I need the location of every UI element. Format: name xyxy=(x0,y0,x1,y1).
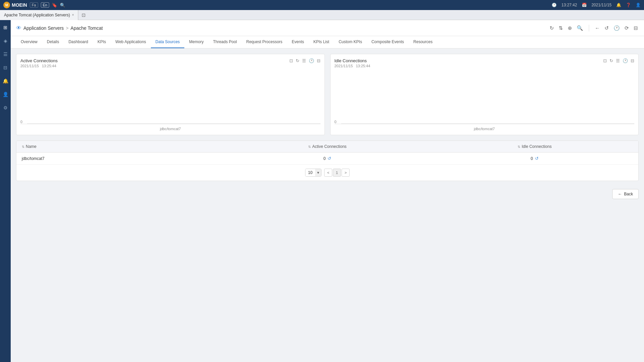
sidebar-item-report[interactable]: ⊟ xyxy=(1,63,10,72)
tab-data-sources[interactable]: Data Sources xyxy=(151,36,185,48)
chart-baseline-idle xyxy=(341,123,635,124)
tab-kpis-list[interactable]: KPIs List xyxy=(309,36,334,48)
tabs-nav: Overview Details Dashboard KPIs Web Appl… xyxy=(11,36,644,49)
help-icon[interactable]: ❓ xyxy=(626,3,631,7)
table-row: jdbc/tomcat7 0 ↺ 0 ↺ xyxy=(16,153,638,165)
history-icon-idle[interactable]: 🕐 xyxy=(623,58,628,63)
layout-icon[interactable]: ⊟ xyxy=(633,24,639,32)
chart-time-idle: 13:25:44 xyxy=(356,64,370,68)
bookmark-icon[interactable]: 🔖 xyxy=(52,3,57,8)
chart-actions-active: ⊡ ↻ ☰ 🕐 ⊟ xyxy=(289,58,320,63)
active-connections-chart: Active Connections 2021/11/15 13:25:44 ⊡… xyxy=(16,54,325,135)
topbar: M MOEIN Fa En 🔖 🔍 🕐 13:27:42 📅 2021/11/1… xyxy=(0,0,644,10)
lang-en-button[interactable]: En xyxy=(41,2,49,8)
tab-request-processors[interactable]: Request Processors xyxy=(242,36,287,48)
sidebar-item-topology[interactable]: ◈ xyxy=(1,36,10,46)
logo: M MOEIN xyxy=(3,2,27,8)
content-area: 👁 Application Servers > Apache Tomcat ↻ … xyxy=(11,20,644,362)
col-active-connections[interactable]: ⇅ Active Connections xyxy=(224,141,431,152)
chart-header-idle: Idle Connections 2021/11/15 13:25:44 ⊡ ↻… xyxy=(335,58,635,68)
chart-actions-idle: ⊡ ↻ ☰ 🕐 ⊟ xyxy=(603,58,634,63)
refresh-icon-idle[interactable]: ↻ xyxy=(610,58,613,63)
refresh-icon-chart[interactable]: ↻ xyxy=(296,58,299,63)
tab-events[interactable]: Events xyxy=(287,36,309,48)
back-button[interactable]: ← Back xyxy=(612,189,639,199)
main-tab[interactable]: Apache Tomcat (Application Servers) × xyxy=(0,10,78,20)
history-icon[interactable]: 🕐 xyxy=(309,58,314,63)
lang-fa-button[interactable]: Fa xyxy=(30,2,38,8)
tab-details[interactable]: Details xyxy=(42,36,64,48)
tab-dashboard[interactable]: Dashboard xyxy=(64,36,93,48)
tab-memory[interactable]: Memory xyxy=(184,36,208,48)
list-icon-idle[interactable]: ☰ xyxy=(616,58,620,63)
tab-composite-events[interactable]: Composite Events xyxy=(367,36,408,48)
back-label: Back xyxy=(624,192,633,196)
tab-overview[interactable]: Overview xyxy=(16,36,42,48)
refresh-idle-icon[interactable]: ↺ xyxy=(535,156,539,161)
sidebar-item-alert[interactable]: 🔔 xyxy=(1,76,10,86)
refresh-active-icon[interactable]: ↺ xyxy=(328,156,331,161)
page-size-arrow[interactable]: ▾ xyxy=(315,169,321,176)
filter-search-icon[interactable]: 🔍 xyxy=(576,24,584,32)
chart-body-idle: 0 xyxy=(335,71,635,124)
page-content: Active Connections 2021/11/15 13:25:44 ⊡… xyxy=(11,49,644,362)
expand-icon-idle[interactable]: ⊡ xyxy=(603,58,607,63)
page-size-select[interactable]: 10 ▾ xyxy=(305,169,321,177)
chart-date-idle: 2021/11/15 xyxy=(335,64,353,68)
sidebar: ⊞ ◈ ☰ ⊟ 🔔 👤 ⚙ xyxy=(0,20,11,362)
idle-connections-chart: Idle Connections 2021/11/15 13:25:44 ⊡ ↻… xyxy=(330,54,639,135)
topbar-left: M MOEIN Fa En 🔖 🔍 xyxy=(3,2,65,8)
col-idle-connections[interactable]: ⇅ Idle Connections xyxy=(431,141,638,152)
tab-close-button[interactable]: × xyxy=(72,13,74,17)
refresh-icon[interactable]: ↻ xyxy=(549,24,555,32)
refresh-nav-icon[interactable]: ↺ xyxy=(604,24,610,32)
breadcrumb: 👁 Application Servers > Apache Tomcat xyxy=(16,25,103,31)
sidebar-item-list[interactable]: ☰ xyxy=(1,50,10,59)
reload-nav-icon[interactable]: ⟳ xyxy=(624,24,630,32)
tab-kpis[interactable]: KPIs xyxy=(93,36,110,48)
logo-icon: M xyxy=(3,2,10,8)
chart-zero-active: 0 xyxy=(20,120,22,124)
back-section: ← Back xyxy=(16,186,639,202)
clock-nav-icon[interactable]: 🕐 xyxy=(613,24,621,32)
chart-title-active: Active Connections 2021/11/15 13:25:44 xyxy=(20,58,58,68)
cell-name: jdbc/tomcat7 xyxy=(16,153,224,164)
prev-page-button[interactable]: < xyxy=(324,169,332,177)
page-header: 👁 Application Servers > Apache Tomcat ↻ … xyxy=(11,20,644,36)
chart-date-active: 2021/11/15 xyxy=(20,64,39,68)
chart-footer-idle: jdbc/tomcat7 xyxy=(335,127,635,131)
search-icon[interactable]: 🔍 xyxy=(60,3,65,8)
list-icon[interactable]: ☰ xyxy=(302,58,306,63)
header-actions: ↻ ⇅ ⊕ 🔍 ← ↺ 🕐 ⟳ ⊟ xyxy=(549,24,639,32)
cell-idle-connections: 0 ↺ xyxy=(431,153,638,164)
copy-icon-idle[interactable]: ⊟ xyxy=(631,58,634,63)
compare-icon[interactable]: ⇅ xyxy=(558,24,564,32)
current-date: 2021/11/15 xyxy=(591,3,612,7)
sort-icon-idle: ⇅ xyxy=(518,145,520,149)
current-time: 13:27:42 xyxy=(561,3,577,7)
current-page[interactable]: 1 xyxy=(333,169,341,177)
sidebar-item-settings[interactable]: ⚙ xyxy=(1,103,10,112)
sort-icon-active: ⇅ xyxy=(308,145,311,149)
tab-maximize-button[interactable]: ⊡ xyxy=(78,12,89,18)
expand-icon[interactable]: ⊡ xyxy=(289,58,293,63)
data-table: ⇅ Name ⇅ Active Connections ⇅ Idle Conne… xyxy=(16,141,639,181)
sidebar-item-home[interactable]: ⊞ xyxy=(1,23,10,32)
next-page-button[interactable]: > xyxy=(342,169,350,177)
zoom-icon[interactable]: ⊕ xyxy=(567,24,573,32)
charts-row: Active Connections 2021/11/15 13:25:44 ⊡… xyxy=(16,54,639,135)
tab-custom-kpis[interactable]: Custom KPIs xyxy=(334,36,367,48)
user-icon[interactable]: 👤 xyxy=(636,3,641,7)
back-nav-icon[interactable]: ← xyxy=(594,24,601,31)
sidebar-item-users[interactable]: 👤 xyxy=(1,90,10,99)
col-name[interactable]: ⇅ Name xyxy=(16,141,224,152)
breadcrumb-separator: > xyxy=(66,25,69,31)
copy-icon[interactable]: ⊟ xyxy=(317,58,320,63)
logo-text: MOEIN xyxy=(12,2,27,8)
chart-title-idle: Idle Connections 2021/11/15 13:25:44 xyxy=(335,58,370,68)
notification-icon[interactable]: 🔔 xyxy=(616,3,621,7)
chart-time-active: 13:25:44 xyxy=(42,64,56,68)
tab-threads-pool[interactable]: Threads Pool xyxy=(208,36,242,48)
tab-resources[interactable]: Resources xyxy=(409,36,437,48)
tab-web-applications[interactable]: Web Applications xyxy=(111,36,151,48)
